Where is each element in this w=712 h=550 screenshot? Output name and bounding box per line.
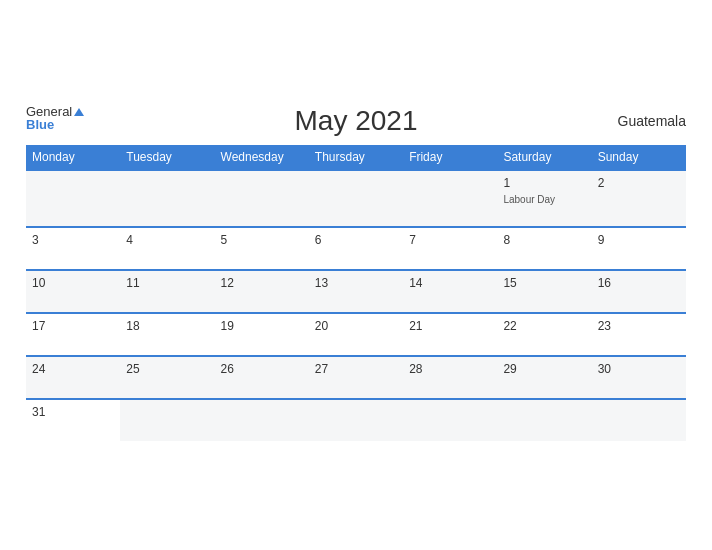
date-number: 15 <box>503 276 585 290</box>
header-sunday: Sunday <box>592 145 686 170</box>
day-cell <box>215 399 309 441</box>
date-number: 5 <box>221 233 303 247</box>
day-cell: 19 <box>215 313 309 356</box>
date-number: 31 <box>32 405 114 419</box>
date-number: 10 <box>32 276 114 290</box>
date-number: 22 <box>503 319 585 333</box>
day-cell: 24 <box>26 356 120 399</box>
week-row-4: 17181920212223 <box>26 313 686 356</box>
day-cell <box>592 399 686 441</box>
date-number: 25 <box>126 362 208 376</box>
calendar-header: General Blue May 2021 Guatemala <box>26 105 686 137</box>
day-cell: 22 <box>497 313 591 356</box>
date-number: 27 <box>315 362 397 376</box>
date-number: 4 <box>126 233 208 247</box>
day-cell: 27 <box>309 356 403 399</box>
header-monday: Monday <box>26 145 120 170</box>
day-cell: 6 <box>309 227 403 270</box>
date-number: 18 <box>126 319 208 333</box>
calendar-header-row: Monday Tuesday Wednesday Thursday Friday… <box>26 145 686 170</box>
date-number: 3 <box>32 233 114 247</box>
day-cell: 7 <box>403 227 497 270</box>
date-number: 9 <box>598 233 680 247</box>
date-number: 16 <box>598 276 680 290</box>
day-cell: 8 <box>497 227 591 270</box>
header-thursday: Thursday <box>309 145 403 170</box>
date-number: 23 <box>598 319 680 333</box>
day-cell: 21 <box>403 313 497 356</box>
date-number: 13 <box>315 276 397 290</box>
calendar-table: Monday Tuesday Wednesday Thursday Friday… <box>26 145 686 441</box>
country-label: Guatemala <box>618 113 686 129</box>
day-cell: 12 <box>215 270 309 313</box>
date-number: 29 <box>503 362 585 376</box>
brand-logo: General Blue <box>26 105 84 131</box>
day-cell: 23 <box>592 313 686 356</box>
date-number: 14 <box>409 276 491 290</box>
day-cell <box>403 170 497 227</box>
date-number: 6 <box>315 233 397 247</box>
day-cell <box>309 170 403 227</box>
date-number: 1 <box>503 176 585 190</box>
day-cell: 2 <box>592 170 686 227</box>
date-number: 19 <box>221 319 303 333</box>
date-number: 2 <box>598 176 680 190</box>
day-cell: 15 <box>497 270 591 313</box>
day-cell <box>497 399 591 441</box>
day-cell: 14 <box>403 270 497 313</box>
header-tuesday: Tuesday <box>120 145 214 170</box>
day-cell: 11 <box>120 270 214 313</box>
day-cell <box>120 170 214 227</box>
day-cell: 26 <box>215 356 309 399</box>
week-row-5: 24252627282930 <box>26 356 686 399</box>
date-number: 24 <box>32 362 114 376</box>
day-cell: 1Labour Day <box>497 170 591 227</box>
date-number: 8 <box>503 233 585 247</box>
week-row-2: 3456789 <box>26 227 686 270</box>
header-wednesday: Wednesday <box>215 145 309 170</box>
calendar-container: General Blue May 2021 Guatemala Monday T… <box>11 95 701 456</box>
day-cell: 30 <box>592 356 686 399</box>
week-row-3: 10111213141516 <box>26 270 686 313</box>
day-cell <box>403 399 497 441</box>
day-cell: 4 <box>120 227 214 270</box>
day-cell: 17 <box>26 313 120 356</box>
week-row-6: 31 <box>26 399 686 441</box>
date-number: 17 <box>32 319 114 333</box>
date-number: 21 <box>409 319 491 333</box>
day-cell <box>309 399 403 441</box>
week-row-1: 1Labour Day2 <box>26 170 686 227</box>
day-cell <box>120 399 214 441</box>
date-number: 30 <box>598 362 680 376</box>
date-number: 11 <box>126 276 208 290</box>
date-number: 7 <box>409 233 491 247</box>
brand-blue-text: Blue <box>26 118 84 131</box>
day-cell: 31 <box>26 399 120 441</box>
day-cell: 25 <box>120 356 214 399</box>
date-number: 20 <box>315 319 397 333</box>
day-cell: 18 <box>120 313 214 356</box>
brand-general-text: General <box>26 105 84 118</box>
day-cell: 29 <box>497 356 591 399</box>
day-cell: 13 <box>309 270 403 313</box>
header-friday: Friday <box>403 145 497 170</box>
day-cell: 3 <box>26 227 120 270</box>
day-cell: 5 <box>215 227 309 270</box>
brand-triangle-icon <box>74 108 84 116</box>
day-cell: 20 <box>309 313 403 356</box>
day-cell: 28 <box>403 356 497 399</box>
day-cell: 9 <box>592 227 686 270</box>
day-cell <box>26 170 120 227</box>
date-number: 28 <box>409 362 491 376</box>
weekday-header-row: Monday Tuesday Wednesday Thursday Friday… <box>26 145 686 170</box>
day-cell: 10 <box>26 270 120 313</box>
calendar-body: 1Labour Day23456789101112131415161718192… <box>26 170 686 441</box>
day-cell <box>215 170 309 227</box>
date-number: 26 <box>221 362 303 376</box>
holiday-label: Labour Day <box>503 194 555 205</box>
month-title: May 2021 <box>295 105 418 137</box>
day-cell: 16 <box>592 270 686 313</box>
date-number: 12 <box>221 276 303 290</box>
header-saturday: Saturday <box>497 145 591 170</box>
